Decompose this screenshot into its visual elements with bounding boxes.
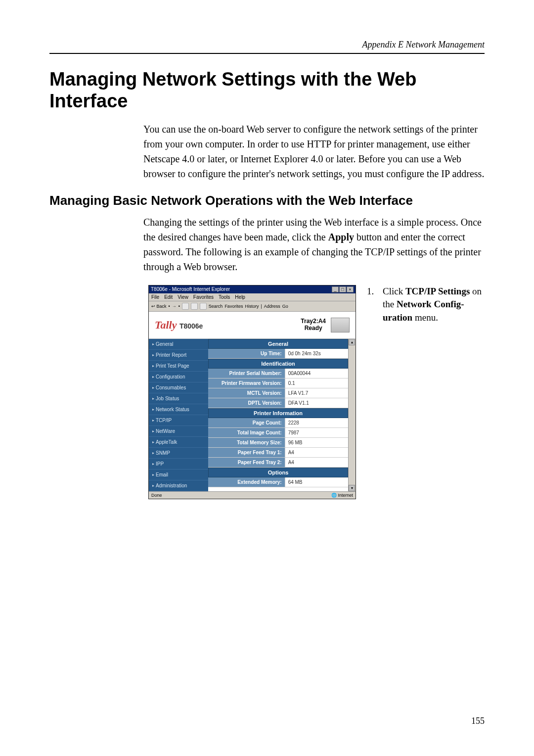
menu-favorites[interactable]: Favorites xyxy=(193,294,214,300)
step-text: Click TCP/IP Settings on the Network Con… xyxy=(383,285,485,325)
browser-statusbar: Done 🌐 Internet xyxy=(149,491,356,499)
browser-titlebar: T8006e - Microsoft Internet Explorer _ □… xyxy=(149,285,356,293)
row-uptime: Up Time: 0d 0h 24m 32s xyxy=(208,349,348,359)
row-tray1: Paper Feed Tray 1: A4 xyxy=(208,448,348,458)
stop-icon[interactable] xyxy=(182,303,189,310)
browser-title-text: T8006e - Microsoft Internet Explorer xyxy=(151,286,230,292)
go-button[interactable]: Go xyxy=(282,304,288,309)
status-done: Done xyxy=(151,493,162,498)
step-1: 1. Click TCP/IP Settings on the Network … xyxy=(367,285,485,325)
sidebar-item-printer-report[interactable]: Printer Report xyxy=(149,350,208,361)
sidebar-item-email[interactable]: Email xyxy=(149,470,208,480)
scroll-down-icon[interactable]: ▾ xyxy=(349,485,355,491)
apply-bold: Apply xyxy=(328,232,354,242)
row-ext-memory: Extended Memory: 64 MB xyxy=(208,477,348,487)
scroll-up-icon[interactable]: ▴ xyxy=(349,339,355,345)
sidebar-item-snmp[interactable]: SNMP xyxy=(149,448,208,459)
scrollbar[interactable]: ▴ ▾ xyxy=(348,339,356,491)
step-number: 1. xyxy=(367,285,376,325)
maximize-button[interactable]: □ xyxy=(339,286,346,292)
step-column: 1. Click TCP/IP Settings on the Network … xyxy=(367,285,485,325)
section-general: General xyxy=(208,339,348,349)
sidebar-item-general[interactable]: General xyxy=(149,339,208,350)
browser-window: T8006e - Microsoft Internet Explorer _ □… xyxy=(148,285,356,499)
menu-edit[interactable]: Edit xyxy=(164,294,173,300)
printer-icon xyxy=(331,318,350,332)
sidebar-item-ipp[interactable]: IPP xyxy=(149,459,208,470)
home-icon[interactable] xyxy=(200,303,207,310)
page-number: 155 xyxy=(471,716,485,726)
sidebar: General Printer Report Print Test Page C… xyxy=(149,339,208,491)
menu-help[interactable]: Help xyxy=(235,294,245,300)
sidebar-item-job-status[interactable]: Job Status xyxy=(149,393,208,404)
main-panel: General Printer Report Print Test Page C… xyxy=(149,339,348,491)
minimize-button[interactable]: _ xyxy=(332,286,339,292)
close-button[interactable]: × xyxy=(347,286,354,292)
search-button[interactable]: Search xyxy=(209,304,223,309)
page-header: Appendix E Network Management xyxy=(49,40,485,54)
history-button[interactable]: History xyxy=(245,304,259,309)
status-zone: 🌐 Internet xyxy=(331,493,353,498)
row-image-count: Total Image Count: 7987 xyxy=(208,428,348,438)
favorites-button[interactable]: Favorites xyxy=(224,304,243,309)
row-dptl: DPTL Version: DFA V1.1 xyxy=(208,398,348,408)
menu-view[interactable]: View xyxy=(178,294,188,300)
menu-tools[interactable]: Tools xyxy=(219,294,230,300)
tray-status: Tray2:A4 Ready xyxy=(301,318,326,331)
row-page-count: Page Count: 2228 xyxy=(208,418,348,428)
refresh-icon[interactable] xyxy=(191,303,198,310)
section-printer-information: Printer Information xyxy=(208,408,348,418)
address-label: Address xyxy=(264,304,280,309)
browser-menubar: File Edit View Favorites Tools Help xyxy=(149,293,356,301)
browser-toolbar: ↩ Back • → • Search Favorites History | … xyxy=(149,301,356,312)
menu-file[interactable]: File xyxy=(151,294,159,300)
sub-paragraph: Changing the settings of the printer usi… xyxy=(143,215,485,274)
sidebar-item-netware[interactable]: NetWare xyxy=(149,426,208,437)
info-panel: General Up Time: 0d 0h 24m 32s Identific… xyxy=(208,339,348,491)
sidebar-item-configuration[interactable]: Configuration xyxy=(149,372,208,382)
back-button[interactable]: ↩ Back xyxy=(151,304,167,309)
section-options: Options xyxy=(208,468,348,477)
page-brand-strip: Tally T8006e Tray2:A4 Ready xyxy=(149,312,356,339)
sidebar-item-consumables[interactable]: Consumables xyxy=(149,382,208,393)
row-firmware: Printer Firmware Version: 0.1 xyxy=(208,378,348,388)
sidebar-item-network-status[interactable]: Network Status xyxy=(149,404,208,415)
sidebar-item-appletalk[interactable]: AppleTalk xyxy=(149,437,208,448)
sidebar-item-tcpip[interactable]: TCP/IP xyxy=(149,415,208,426)
window-controls: _ □ × xyxy=(332,286,354,292)
row-serial: Printer Serial Number: 00A00044 xyxy=(208,369,348,378)
section-identification: Identification xyxy=(208,359,348,369)
sidebar-item-administration[interactable]: Administration xyxy=(149,480,208,491)
row-memory-size: Total Memory Size: 96 MB xyxy=(208,438,348,448)
row-tray2: Paper Feed Tray 2: A4 xyxy=(208,458,348,468)
intro-paragraph: You can use the on-board Web server to c… xyxy=(143,122,485,181)
row-mctl: MCTL Version: LFA V1.7 xyxy=(208,388,348,398)
brand-logo: Tally T8006e xyxy=(155,319,301,331)
sidebar-item-print-test-page[interactable]: Print Test Page xyxy=(149,361,208,372)
main-title: Managing Network Settings with the Web I… xyxy=(49,69,485,112)
sub-heading: Managing Basic Network Operations with t… xyxy=(49,193,485,208)
